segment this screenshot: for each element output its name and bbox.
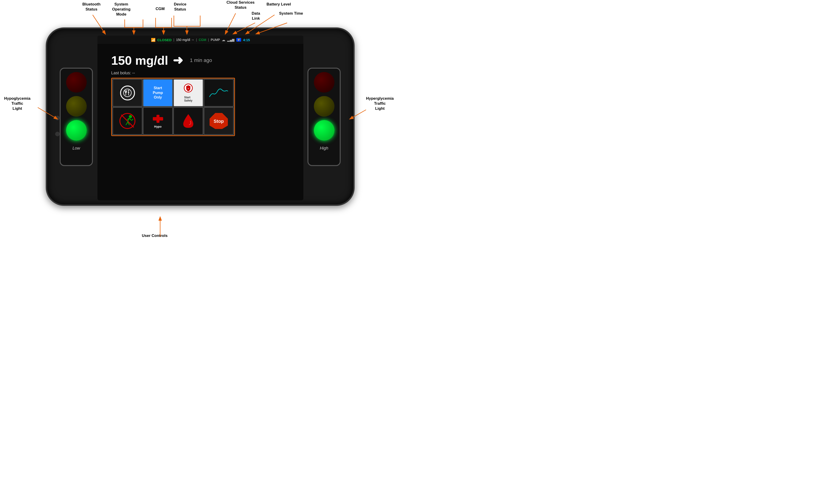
tl-yellow-left xyxy=(66,96,87,116)
cgm-status: CGM xyxy=(199,38,206,42)
tl-red-right xyxy=(314,72,334,93)
chart-button[interactable] xyxy=(204,79,233,107)
meal-icon xyxy=(123,89,132,97)
phone-screen: 📶 CLOSED | 150 mg/dl → | CGM | PUMP ☁ ▂▄… xyxy=(97,36,304,200)
start-pump-only-label: StartPumpOnly xyxy=(153,86,163,100)
blood-drop-button[interactable] xyxy=(173,107,203,135)
start-pump-only-button[interactable]: StartPumpOnly xyxy=(143,79,173,107)
cloud-icon: ☁ xyxy=(222,38,225,42)
mgdl-status: 150 mg/dl → xyxy=(176,38,194,42)
system-operating-mode-label: SystemOperatingMode xyxy=(112,2,130,17)
cloud-services-status-label: Cloud ServicesStatus xyxy=(226,0,255,10)
phone-device: 📶 CLOSED | 150 mg/dl → | CGM | PUMP ☁ ▂▄… xyxy=(46,28,355,206)
safety-icon: + StartSafety xyxy=(182,83,195,102)
hyperglycemia-traffic-light-label: HyperglycemiaTrafficLight xyxy=(366,96,394,111)
stop-button[interactable]: Stop xyxy=(204,107,233,135)
hypo-button[interactable]: Hypo xyxy=(143,107,173,135)
chart-icon xyxy=(209,85,229,101)
tl-right-label: High xyxy=(320,146,328,151)
speaker-dot-left2 xyxy=(55,132,60,136)
divider2: | xyxy=(196,38,197,42)
battery-level-label: Battery Level xyxy=(266,2,291,7)
svg-rect-11 xyxy=(157,115,159,123)
divider3: | xyxy=(208,38,209,42)
svg-text:+: + xyxy=(188,87,189,90)
device-status-label: DeviceStatus xyxy=(174,2,187,12)
blood-drop-icon xyxy=(182,113,195,129)
cgm-label: CGM xyxy=(156,6,165,11)
no-exercise-button[interactable] xyxy=(113,107,142,135)
last-bolus: Last bolus: -- xyxy=(111,71,296,75)
right-traffic-light: High xyxy=(308,68,341,166)
divider1: | xyxy=(173,38,174,42)
battery-icon: ⚡ xyxy=(236,38,241,42)
speaker-dot-left xyxy=(55,116,60,120)
start-safety-button[interactable]: + StartSafety xyxy=(173,79,203,107)
svg-text:Stop: Stop xyxy=(214,119,224,124)
hypo-icon: Hypo xyxy=(152,114,164,128)
closed-status: CLOSED xyxy=(157,38,172,42)
tl-green-left xyxy=(66,120,87,141)
tl-left-label: Low xyxy=(72,146,80,151)
system-time-value: 4:15 xyxy=(243,38,250,42)
control-grid-wrapper: StartPumpOnly + StartSafety xyxy=(111,78,235,136)
tl-yellow-right xyxy=(314,96,334,116)
data-link-label: DataLink xyxy=(252,11,260,21)
bluetooth-status-label: BluetoothStatus xyxy=(82,2,100,12)
glucose-time-ago: 1 min ago xyxy=(190,57,212,63)
left-traffic-light: Low xyxy=(60,68,93,166)
hypoglycemia-traffic-light-label: HypoglycemiaTrafficLight xyxy=(4,96,30,111)
glucose-value: 150 mg/dl xyxy=(111,53,168,67)
tl-red-left xyxy=(66,72,87,93)
svg-point-9 xyxy=(129,115,132,118)
tl-green-right xyxy=(314,120,334,141)
glucose-arrow: ➜ xyxy=(173,53,183,67)
start-safety-label: StartSafety xyxy=(184,96,192,102)
main-content: 150 mg/dl ➜ 1 min ago Last bolus: -- xyxy=(97,44,304,141)
control-grid: StartPumpOnly + StartSafety xyxy=(112,78,234,135)
system-time-label: System Time xyxy=(279,11,303,16)
user-controls-label: User Controls xyxy=(142,233,167,238)
bluetooth-icon: 📶 xyxy=(151,38,156,42)
stop-icon: Stop xyxy=(209,112,229,130)
no-exercise-icon xyxy=(119,112,136,130)
signal-icon: ▂▄▆ xyxy=(227,38,234,42)
status-bar: 📶 CLOSED | 150 mg/dl → | CGM | PUMP ☁ ▂▄… xyxy=(97,36,304,44)
meal-button[interactable] xyxy=(113,79,142,107)
pump-status: PUMP xyxy=(211,38,220,42)
svg-point-0 xyxy=(124,89,131,97)
glucose-row: 150 mg/dl ➜ 1 min ago xyxy=(111,53,296,67)
hypo-label: Hypo xyxy=(154,125,162,128)
